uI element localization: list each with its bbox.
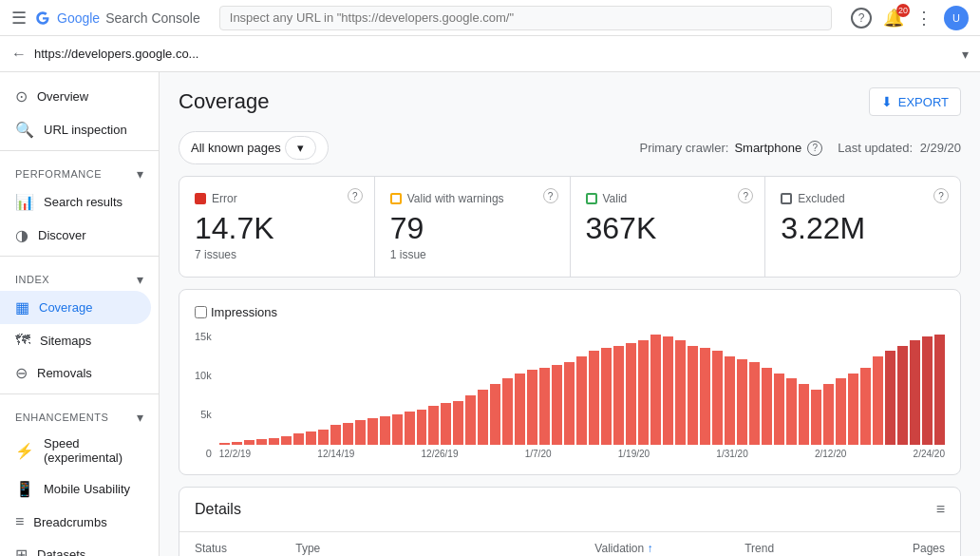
avatar[interactable]: U [944, 6, 969, 30]
search-input[interactable] [219, 6, 832, 30]
chart-bar [934, 335, 945, 445]
sidebar-item-breadcrumbs[interactable]: ≡ Breadcrumbs [0, 506, 151, 538]
sidebar-item-datasets[interactable]: ⊞ Datasets [0, 538, 151, 556]
chart-bar [232, 442, 242, 445]
enhancements-chevron-icon[interactable]: ▾ [137, 410, 144, 425]
chart-bar [650, 335, 661, 445]
col-trend: Trend [729, 532, 883, 556]
card-help-icon-warning[interactable]: ? [543, 188, 558, 203]
card-help-icon-valid[interactable]: ? [738, 188, 753, 203]
card-help-icon-error[interactable]: ? [348, 188, 363, 203]
card-type-label-valid: Valid [603, 192, 628, 205]
card-label-error: Error [195, 192, 359, 205]
impressions-checkbox[interactable] [195, 306, 207, 318]
export-icon: ⬇ [881, 94, 893, 109]
col-validation: Validation ↑ [579, 532, 729, 556]
chart-bar [244, 440, 254, 445]
card-value-warning: 79 [390, 211, 555, 246]
card-indicator-excluded [781, 193, 792, 204]
sidebar-item-coverage[interactable]: ▦ Coverage [0, 291, 151, 324]
chart-bar [368, 418, 378, 445]
sidebar-item-sitemaps[interactable]: 🗺 Sitemaps [0, 324, 151, 356]
details-table-head: Status Type Validation ↑ Trend Pages [179, 532, 960, 556]
card-sub-error: 7 issues [195, 248, 359, 261]
details-title: Details [195, 501, 241, 518]
chart-bar [638, 340, 649, 445]
sidebar-item-mobile-label: Mobile Usability [44, 482, 130, 496]
details-filter-icon[interactable]: ≡ [936, 501, 945, 518]
mobile-icon: 📱 [15, 480, 34, 498]
sidebar-item-mobile-usability[interactable]: 📱 Mobile Usability [0, 472, 151, 506]
chart-bar [774, 374, 784, 445]
card-value-error: 14.7K [195, 211, 359, 246]
sidebar-item-breadcrumbs-label: Breadcrumbs [33, 515, 106, 529]
card-value-excluded: 3.22M [781, 211, 945, 246]
chart-bar [873, 356, 883, 445]
card-indicator-valid [586, 193, 597, 204]
sidebar-item-discover-label: Discover [38, 228, 86, 242]
card-value-valid: 367K [586, 211, 750, 246]
sidebar-item-discover[interactable]: ◑ Discover [0, 219, 151, 252]
chart-bar [343, 423, 353, 445]
details-section: Details ≡ Status Type Validation ↑ Trend… [179, 487, 961, 556]
chart-x-label: 1/31/20 [716, 449, 747, 459]
page-title: Coverage [179, 89, 269, 114]
sidebar-item-removals-label: Removals [37, 366, 92, 380]
chart-body: 12/2/1912/14/1912/26/191/7/201/19/201/31… [219, 331, 945, 459]
sidebar-item-overview[interactable]: ⊙ Overview [0, 80, 151, 113]
chart-bar [762, 368, 772, 445]
card-help-icon-excluded[interactable]: ? [933, 188, 949, 203]
crawler-value: Smartphone [734, 141, 801, 155]
export-button[interactable]: ⬇ EXPORT [869, 87, 961, 116]
sitemaps-icon: 🗺 [15, 332, 30, 349]
topbar-actions: ? 🔔 20 ⋮ U [851, 6, 969, 30]
last-updated-label: Last updated: [838, 141, 913, 155]
help-icon[interactable]: ? [851, 8, 872, 29]
summary-card-error: Error 14.7K 7 issues ? [179, 177, 375, 277]
chart-bar [552, 365, 562, 445]
app-title: Google [57, 10, 100, 26]
impressions-checkbox-label[interactable]: Impressions [195, 305, 277, 319]
chart-bar [502, 378, 513, 445]
chart-bar [897, 346, 908, 445]
sidebar-item-removals[interactable]: ⊖ Removals [0, 356, 151, 390]
card-indicator-warning [390, 193, 402, 204]
chart-bar [478, 390, 488, 445]
crawler-info: Primary crawler: Smartphone ? [639, 141, 822, 156]
chart-bar [848, 374, 858, 445]
chart-bar [725, 356, 735, 445]
chart-bar [663, 336, 673, 445]
coverage-icon: ▦ [15, 298, 29, 316]
url-chevron-icon[interactable]: ▾ [962, 47, 969, 62]
card-label-valid: Valid [586, 192, 750, 205]
notification-badge: 20 [896, 4, 910, 17]
performance-chevron-icon[interactable]: ▾ [137, 166, 144, 182]
main-layout: ⊙ Overview 🔍 URL inspection Performance … [0, 72, 980, 556]
sidebar-item-url-inspection-label: URL inspection [44, 123, 127, 137]
sidebar-item-url-inspection[interactable]: 🔍 URL inspection [0, 113, 151, 146]
sidebar-item-speed-label: Speed (experimental) [44, 436, 136, 465]
chart-bar [355, 420, 366, 445]
sidebar-item-speed[interactable]: ⚡ Speed (experimental) [0, 429, 151, 472]
crawler-help-icon[interactable]: ? [807, 141, 822, 156]
apps-icon[interactable]: ⋮ [915, 8, 933, 29]
chart-x-label: 1/7/20 [525, 449, 552, 459]
chart-bar [799, 384, 809, 445]
chart-y-label: 10k [195, 370, 212, 381]
chart-bar [318, 430, 329, 445]
index-chevron-icon[interactable]: ▾ [137, 272, 144, 287]
export-label: EXPORT [898, 95, 949, 109]
back-button[interactable]: ← [11, 46, 27, 63]
summary-card-excluded: Excluded 3.22M ? [765, 177, 960, 277]
chart-x-label: 12/2/19 [219, 449, 251, 459]
sidebar-item-search-results[interactable]: 📊 Search results [0, 185, 151, 219]
chart-bar [860, 368, 871, 445]
menu-icon[interactable]: ☰ [11, 8, 27, 29]
url-inspection-icon: 🔍 [15, 121, 34, 139]
notifications-button[interactable]: 🔔 20 [883, 8, 904, 29]
chart-x-label: 1/19/20 [618, 449, 650, 459]
chart-bar [219, 443, 230, 445]
card-label-warning: Valid with warnings [390, 192, 555, 205]
pages-filter-button[interactable]: All known pages ▾ [179, 131, 329, 164]
validation-sort-icon[interactable]: ↑ [648, 542, 653, 555]
